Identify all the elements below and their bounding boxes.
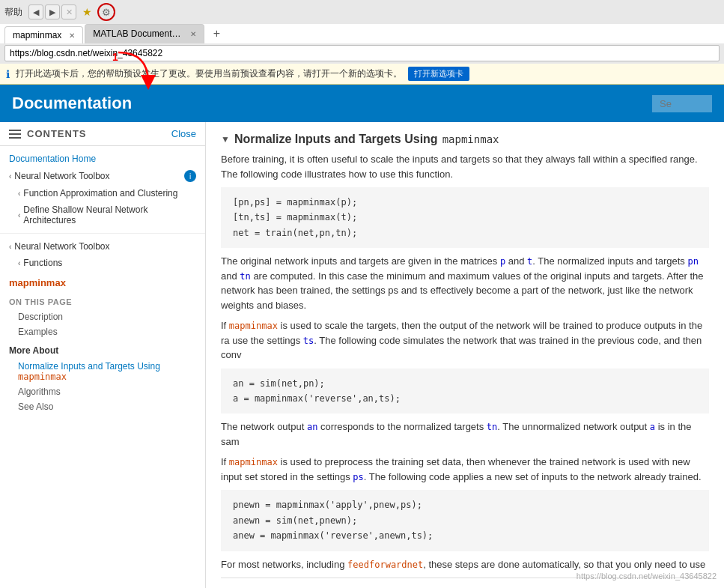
sidebar-sublink-examples[interactable]: Examples <box>0 324 205 339</box>
sidebar-divider <box>0 233 205 234</box>
code-line: pnewn = mapminmax('apply',pnew,ps); <box>233 497 697 512</box>
chevron-icon: ‹ <box>9 172 11 181</box>
inline-ps: ps <box>353 472 363 482</box>
para4: The network output an corresponds to the… <box>221 419 709 449</box>
info-banner: ℹ 打开此选项卡后，您的帮助预设发生了更改。要使用当前预设查看内容，请打开一个新… <box>0 64 724 85</box>
sidebar: CONTENTS Close Documentation Home ‹ Neur… <box>0 122 206 588</box>
tab-matlab-doc[interactable]: MATLAB Documentation - MathWorks 中国 ✕ <box>85 24 204 43</box>
address-input[interactable] <box>4 45 720 61</box>
inline-tn2: tn <box>487 422 497 432</box>
address-bar-row <box>0 43 724 64</box>
nav-buttons: ◀ ▶ ✕ <box>28 4 76 19</box>
sidebar-header: CONTENTS Close <box>0 122 205 146</box>
section-func-name: mapminmax <box>442 133 499 145</box>
app-name: 帮助 <box>4 6 22 19</box>
var-p: p <box>500 256 505 267</box>
info-icon: ℹ <box>6 68 10 80</box>
code-block-2: an = sim(net,pn); a = mapminmax('reverse… <box>221 369 709 414</box>
sidebar-toggle[interactable] <box>9 130 21 139</box>
normalize-func-name: mapminmax <box>18 372 67 382</box>
para3: If mapminmax is used to scale the target… <box>221 318 709 363</box>
section-toggle[interactable]: ▼ <box>221 134 230 145</box>
code-line: anewn = sim(net,pnewn); <box>233 513 697 528</box>
info-icon[interactable]: i <box>184 170 196 182</box>
hamburger-line <box>9 133 21 135</box>
hamburger-line <box>9 130 21 131</box>
watermark: https://blog.csdn.net/weixin_43645822 <box>577 572 717 581</box>
stop-button[interactable]: ✕ <box>61 4 76 19</box>
sidebar-contents-label: CONTENTS <box>27 128 87 139</box>
tab-close-icon[interactable]: ✕ <box>69 31 75 40</box>
inline-func-mapminmax: mapminmax <box>229 321 278 331</box>
inline-an: an <box>307 422 317 432</box>
code-line: net = train(net,pn,tn); <box>233 225 697 240</box>
tab-label: MATLAB Documentation - MathWorks 中国 <box>93 28 183 40</box>
code-block-1: [pn,ps] = mapminmax(p); [tn,ts] = mapmin… <box>221 187 709 248</box>
para5: If mapminmax is used to preprocess the t… <box>221 455 709 484</box>
sidebar-section-nntoolbox[interactable]: ‹ Neural Network Toolbox i <box>0 167 205 185</box>
sidebar-sublink-seealso[interactable]: See Also <box>0 399 205 414</box>
sidebar-section-functions[interactable]: ‹ Functions <box>0 255 205 271</box>
sidebar-section-label: Neural Network Toolbox <box>14 171 109 181</box>
chevron-icon: ‹ <box>18 211 20 219</box>
sidebar-current-page: mapminmax <box>0 274 205 291</box>
code-line: an = sim(net,pn); <box>233 376 697 391</box>
sidebar-section-funcapprox[interactable]: ‹ Function Approximation and Clustering <box>0 185 205 201</box>
section-heading: ▼ Normalize Inputs and Targets Using map… <box>221 122 709 152</box>
titlebar: 帮助 ◀ ▶ ✕ ★ ⚙ <box>0 0 724 24</box>
tab-close-icon[interactable]: ✕ <box>190 30 196 38</box>
sidebar-section-label: Neural Network Toolbox <box>14 241 109 252</box>
open-new-tab-button[interactable]: 打开新选项卡 <box>408 67 469 81</box>
section-title-text: Normalize Inputs and Targets Using <box>234 133 438 146</box>
hamburger-line <box>9 137 21 139</box>
chevron-icon: ‹ <box>18 259 20 267</box>
var-pn: pn <box>687 256 698 267</box>
new-tab-button[interactable]: + <box>209 26 224 41</box>
code-line: anew = mapminmax('reverse',anewn,ts); <box>233 528 697 543</box>
more-about-label: More About <box>0 342 205 359</box>
on-this-page-label: ON THIS PAGE <box>0 294 205 309</box>
var-t: t <box>527 256 532 267</box>
content-area: CONTENTS Close Documentation Home ‹ Neur… <box>0 122 724 588</box>
sidebar-section-label: Function Approximation and Clustering <box>23 188 177 198</box>
sidebar-link-normalize[interactable]: Normalize Inputs and Targets Using mapmi… <box>0 359 205 384</box>
doc-header: Documentation <box>0 85 724 122</box>
tab-mapminmax[interactable]: mapminmax ✕ <box>4 26 83 43</box>
sidebar-section-label: Define Shallow Neural Network Architectu… <box>23 204 196 225</box>
main-content: ▼ Normalize Inputs and Targets Using map… <box>206 122 724 588</box>
code-line: a = mapminmax('reverse',an,ts); <box>233 391 697 406</box>
inline-ts: ts <box>303 336 314 346</box>
sidebar-section-shallow[interactable]: ‹ Define Shallow Neural Network Architec… <box>0 201 205 228</box>
chevron-icon: ‹ <box>9 243 11 251</box>
sidebar-sublink-description[interactable]: Description <box>0 309 205 324</box>
doc-title: Documentation <box>12 94 652 113</box>
sidebar-sublink-algorithms[interactable]: Algorithms <box>0 384 205 399</box>
app-layout: Documentation CONTENTS Close Documentati… <box>0 85 724 588</box>
sidebar-nav: Documentation Home ‹ Neural Network Tool… <box>0 146 205 419</box>
normalize-link-text: Normalize Inputs and Targets Using <box>18 361 160 372</box>
bookmark-icon[interactable]: ★ <box>79 4 94 19</box>
var-tn: tn <box>240 271 250 282</box>
chevron-icon: ‹ <box>18 190 20 198</box>
para2: The original network inputs and targets … <box>221 254 709 312</box>
browser-chrome: 帮助 ◀ ▶ ✕ ★ ⚙ mapminmax ✕ MATLAB Document… <box>0 0 724 64</box>
inline-func-mapminmax2: mapminmax <box>229 457 278 467</box>
inline-a: a <box>650 422 655 432</box>
tab-label: mapminmax <box>13 30 61 40</box>
inline-func-feedforwardnet: feedforwardnet <box>347 560 423 570</box>
back-button[interactable]: ◀ <box>28 4 43 19</box>
sidebar-section-label: Functions <box>23 258 62 268</box>
code-line: [pn,ps] = mapminmax(p); <box>233 195 697 210</box>
gear-icon[interactable]: ⚙ <box>97 3 115 21</box>
para6: For most networks, including feedforward… <box>221 557 709 572</box>
search-input[interactable] <box>652 95 712 112</box>
code-line: [tn,ts] = mapminmax(t); <box>233 210 697 225</box>
sidebar-close-button[interactable]: Close <box>171 128 196 139</box>
tab-bar: mapminmax ✕ MATLAB Documentation - MathW… <box>0 24 724 43</box>
sidebar-section-nntoolbox2[interactable]: ‹ Neural Network Toolbox <box>0 238 205 255</box>
sidebar-link-doc-home[interactable]: Documentation Home <box>0 151 205 167</box>
forward-button[interactable]: ▶ <box>45 4 60 19</box>
intro-paragraph: Before training, it is often useful to s… <box>221 152 709 181</box>
code-block-3: pnewn = mapminmax('apply',pnew,ps); anew… <box>221 490 709 551</box>
info-text: 打开此选项卡后，您的帮助预设发生了更改。要使用当前预设查看内容，请打开一个新的选… <box>16 67 402 80</box>
